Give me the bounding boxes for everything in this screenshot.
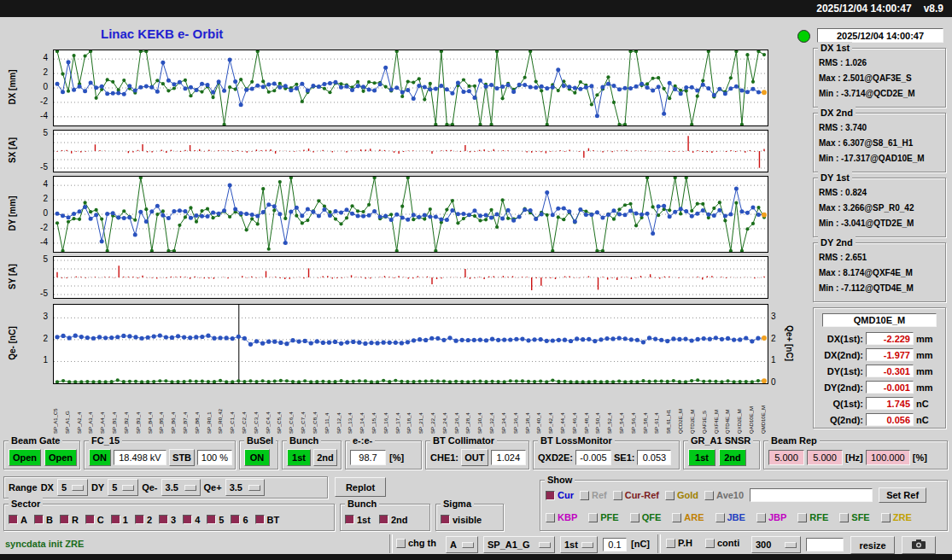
ph-checkbox-box[interactable] <box>666 539 675 548</box>
range-qem-dropdown[interactable]: 3.5 <box>161 479 201 496</box>
fc15-stb-button[interactable]: STB <box>169 449 194 466</box>
show-toggle-cur[interactable]: Cur <box>546 490 574 500</box>
sector-checkbox-a[interactable] <box>9 515 18 524</box>
show-checkbox-cur[interactable] <box>546 491 555 500</box>
points-dropdown[interactable]: 300 <box>751 536 801 553</box>
show-toggle-sfe[interactable]: SFE <box>839 512 869 522</box>
sector-checkbox-6[interactable] <box>231 515 240 524</box>
gr-a1-2nd-button[interactable]: 2nd <box>719 449 746 466</box>
busel-on-button[interactable]: ON <box>244 449 270 466</box>
sector-item-6[interactable]: 6 <box>231 515 248 525</box>
bunch-select-checkbox-2nd[interactable] <box>379 515 388 524</box>
set-ref-button[interactable]: Set Ref <box>879 487 926 503</box>
show-checkbox-pfe[interactable] <box>588 513 598 522</box>
sector-checkbox-c[interactable] <box>85 515 95 524</box>
range-title: Range <box>9 482 38 493</box>
sector-item-c[interactable]: C <box>85 515 104 525</box>
show-checkbox-rfe[interactable] <box>797 513 807 522</box>
sector-checkbox-bt[interactable] <box>255 515 265 524</box>
bpm-label: SP_18_4 <box>406 384 412 434</box>
bt-lossmonitor-title: BT LossMonitor <box>538 435 615 446</box>
sector-checkbox-3[interactable] <box>159 515 168 524</box>
range-qep-dropdown[interactable]: 3.5 <box>225 479 265 496</box>
che1-out-button[interactable]: OUT <box>461 449 488 466</box>
show-toggle-jbe[interactable]: JBE <box>715 512 745 522</box>
bpm-label: SP_54_4 <box>619 384 625 434</box>
sigma-checkbox-visible[interactable] <box>441 515 450 524</box>
show-checkbox-jbp[interactable] <box>756 513 766 522</box>
show-checkbox-kbp[interactable] <box>546 513 555 522</box>
bunch-select-item-2nd[interactable]: 2nd <box>379 515 408 525</box>
chg-th-checkbox[interactable]: chg th <box>396 538 436 548</box>
range-qem-label: Qe- <box>142 482 157 493</box>
sigma-item-visible[interactable]: visible <box>441 515 482 525</box>
sector-checkbox-5[interactable] <box>207 515 216 524</box>
sector-item-2[interactable]: 2 <box>135 515 152 525</box>
sector-checkbox-1[interactable] <box>111 515 120 524</box>
chg-th-checkbox-box[interactable] <box>396 539 406 548</box>
threshold-input[interactable]: 0.1 <box>603 538 627 551</box>
sector-item-b[interactable]: B <box>34 515 53 525</box>
range-dy-dropdown[interactable]: 5 <box>108 479 138 496</box>
show-toggle-cur-ref[interactable]: Cur-Ref <box>613 490 659 500</box>
show-checkbox-gold[interactable] <box>665 491 675 500</box>
mode-dropdown[interactable]: A <box>446 536 478 553</box>
ref-name-input[interactable] <box>750 488 873 502</box>
sector-item-3[interactable]: 3 <box>159 515 176 525</box>
range-dx-dropdown[interactable]: 5 <box>57 479 88 496</box>
sector-checkbox-2[interactable] <box>135 515 144 524</box>
show-toggle-zre[interactable]: ZRE <box>881 512 912 522</box>
bunch-dropdown[interactable]: 1st <box>560 536 598 553</box>
sector-checkbox-4[interactable] <box>183 515 192 524</box>
sector-item-5[interactable]: 5 <box>207 515 224 525</box>
fc15-on-button[interactable]: ON <box>89 449 111 466</box>
sector-item-a[interactable]: A <box>9 515 27 525</box>
show-checkbox-cur-ref[interactable] <box>613 491 622 500</box>
resize-button[interactable]: resize <box>850 536 895 554</box>
bunch-select-checkbox-1st[interactable] <box>345 515 354 524</box>
bpm-label: SP_B4_4 <box>148 384 154 434</box>
sector-checkbox-r[interactable] <box>60 515 69 524</box>
show-toggle-kbp[interactable]: KBP <box>546 512 577 522</box>
show-toggle-gold[interactable]: Gold <box>665 490 698 500</box>
y-tick-label: 5 <box>29 128 48 137</box>
show-toggle-are[interactable]: ARE <box>672 512 704 522</box>
show-checkbox-ref[interactable] <box>580 491 589 500</box>
bpm-label: SP_C2_4 <box>242 384 248 434</box>
replot-button[interactable]: Replot <box>335 477 386 497</box>
beam-gate-open2-button[interactable]: Open <box>44 449 77 466</box>
beam-gate-open1-button[interactable]: Open <box>9 449 41 466</box>
show-toggle-qfe[interactable]: QFE <box>630 512 662 522</box>
bunch-2nd-button[interactable]: 2nd <box>313 449 337 466</box>
beam-rep-value2: 5.000 <box>807 450 843 465</box>
show-checkbox-qfe[interactable] <box>630 513 640 522</box>
conti-checkbox-box[interactable] <box>705 539 715 548</box>
device-dropdown[interactable]: SP_A1_G <box>483 536 555 553</box>
show-checkbox-jbe[interactable] <box>715 513 725 522</box>
show-toggle-rfe[interactable]: RFE <box>797 512 828 522</box>
sector-item-1[interactable]: 1 <box>111 515 128 525</box>
ph-checkbox[interactable]: P.H <box>666 538 692 548</box>
show-toggle-ref[interactable]: Ref <box>580 490 607 500</box>
show-toggle-ave10[interactable]: Ave10 <box>704 490 744 500</box>
sector-label: 2 <box>147 515 152 525</box>
show-checkbox-zre[interactable] <box>881 513 891 522</box>
show-checkbox-sfe[interactable] <box>839 513 849 522</box>
screenshot-button[interactable] <box>902 536 936 554</box>
gr-a1-1st-button[interactable]: 1st <box>688 449 715 466</box>
stats-box-dy-1st: DY 1stRMS : 0.824Max : 3.266@SP_R0_42Min… <box>813 178 946 237</box>
show-checkbox-ave10[interactable] <box>704 491 714 500</box>
spare-input[interactable] <box>806 538 844 551</box>
conti-checkbox[interactable]: conti <box>705 538 739 548</box>
show-toggle-pfe[interactable]: PFE <box>588 512 618 522</box>
sector-checkbox-b[interactable] <box>34 515 44 524</box>
sector-item-bt[interactable]: BT <box>255 515 280 525</box>
plot-sx <box>53 130 768 172</box>
qmd-row-unit: nC <box>916 399 929 409</box>
bunch-select-item-1st[interactable]: 1st <box>345 515 371 525</box>
sector-item-r[interactable]: R <box>60 515 79 525</box>
show-toggle-jbp[interactable]: JBP <box>756 512 786 522</box>
bunch-1st-button[interactable]: 1st <box>287 449 311 466</box>
sector-item-4[interactable]: 4 <box>183 515 200 525</box>
show-checkbox-are[interactable] <box>672 513 681 522</box>
